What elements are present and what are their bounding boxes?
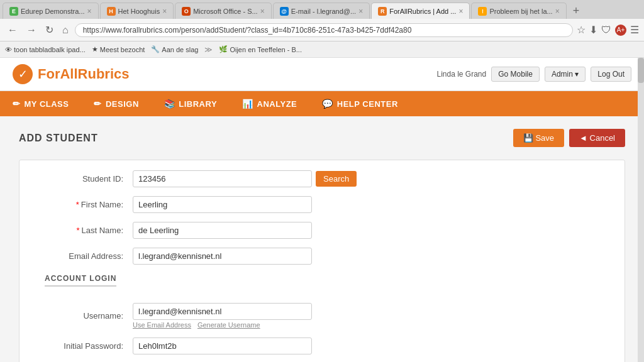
tab-favicon-office: O: [182, 7, 191, 16]
bookmark-aan[interactable]: 🔧 Aan de slag: [151, 45, 198, 53]
required-star-first: *: [76, 200, 79, 209]
logo-for: For: [38, 66, 60, 82]
tab-close-forallrubrics[interactable]: ×: [458, 7, 463, 16]
go-mobile-button[interactable]: Go Mobile: [491, 67, 540, 82]
cancel-button[interactable]: ◄ Cancel: [569, 129, 625, 147]
cancel-label: Cancel: [590, 133, 615, 143]
action-buttons: 💾 Save ◄ Cancel: [513, 129, 625, 147]
tab-forallrubrics[interactable]: R ForAllRubrics | Add ... ×: [371, 3, 470, 19]
page-content: ADD STUDENT 💾 Save ◄ Cancel Student ID: …: [0, 116, 644, 362]
email-row: Email Address:: [32, 248, 612, 265]
password-input[interactable]: [133, 337, 312, 354]
tab-close-edurep[interactable]: ×: [87, 7, 92, 16]
download-icon[interactable]: ⬇: [589, 24, 597, 36]
username-row: Username: Use Email Address Generate Use…: [32, 303, 612, 329]
new-tab-button[interactable]: +: [568, 4, 585, 18]
tab-email[interactable]: @ E-mail - l.legrand@... ×: [273, 3, 370, 19]
password-label: Initial Password:: [32, 341, 133, 351]
bookmark-meest-label: Meest bezocht: [100, 46, 145, 53]
bookmark-icon[interactable]: ☆: [577, 24, 586, 36]
generate-username-link[interactable]: Generate Username: [197, 321, 260, 329]
logo-area: ✓ ForAllRubrics: [13, 64, 130, 84]
nav-help-label: HELP CENTER: [337, 99, 398, 109]
bookmark-ipad-icon: 👁: [5, 46, 12, 53]
bookmark-oijen[interactable]: 🌿 Oijen en Teeffelen - B...: [219, 45, 302, 53]
search-button[interactable]: Search: [316, 171, 357, 187]
tab-office[interactable]: O Microsoft Office - S... ×: [175, 3, 272, 19]
scrollbar[interactable]: [638, 58, 644, 362]
bookmark-meest-icon: ★: [92, 45, 98, 53]
bookmark-meest[interactable]: ★ Meest bezocht: [92, 45, 145, 53]
url-input[interactable]: [75, 23, 573, 37]
adblock-icon[interactable]: A+: [615, 25, 626, 36]
header-right: Linda le Grand Go Mobile Admin Log Out: [437, 67, 632, 82]
first-name-label: *First Name:: [32, 200, 133, 209]
tab-favicon-forallrubrics: R: [378, 7, 387, 16]
nav-design-label: DESIGN: [106, 99, 139, 109]
tab-bar: E Edurep Demonstra... × H Het Hooghuis ×…: [0, 0, 644, 19]
help-icon: 💬: [322, 99, 333, 109]
tab-title-forallrubrics: ForAllRubrics | Add ...: [389, 8, 456, 15]
admin-button[interactable]: Admin: [545, 67, 586, 82]
back-button[interactable]: ←: [5, 23, 20, 37]
bookmark-aan-icon: 🔧: [151, 45, 160, 53]
page-header: ADD STUDENT 💾 Save ◄ Cancel: [19, 129, 625, 147]
last-name-row: *Last Name:: [32, 222, 612, 239]
home-button[interactable]: ⌂: [60, 23, 71, 37]
student-id-input[interactable]: [133, 170, 312, 187]
tab-favicon-email: @: [280, 7, 289, 16]
address-bar-icons: ☆ ⬇ 🛡 A+ ☰: [577, 24, 639, 36]
nav-library[interactable]: 📚 LIBRARY: [152, 91, 230, 116]
tab-close-office[interactable]: ×: [260, 7, 265, 16]
student-id-row: Student ID: Search: [32, 170, 612, 187]
bookmark-aan-label: Aan de slag: [162, 46, 198, 53]
nav-help[interactable]: 💬 HELP CENTER: [309, 91, 411, 116]
bookmark-ipad-label: toon tabbladbalk ipad...: [14, 46, 86, 53]
forward-button[interactable]: →: [24, 23, 39, 37]
bookmark-oijen-icon: 🌿: [219, 45, 228, 53]
nav-my-class-label: MY CLASS: [25, 99, 69, 109]
tab-favicon-probleem: !: [478, 7, 487, 16]
tab-hooghuis[interactable]: H Het Hooghuis ×: [100, 3, 174, 19]
nav-design[interactable]: ✏ DESIGN: [81, 91, 151, 116]
logout-button[interactable]: Log Out: [591, 67, 631, 82]
password-row: Initial Password:: [32, 337, 612, 354]
nav-analyze[interactable]: 📊 ANALYZE: [230, 91, 309, 116]
last-name-input[interactable]: [133, 222, 312, 239]
username-links: Use Email Address Generate Username: [133, 321, 312, 329]
first-name-input[interactable]: [133, 196, 312, 213]
save-label: Save: [535, 133, 554, 143]
use-email-link[interactable]: Use Email Address: [133, 321, 191, 329]
tab-close-probleem[interactable]: ×: [555, 7, 560, 16]
shield-icon[interactable]: 🛡: [601, 25, 611, 36]
nav-my-class[interactable]: ✏ MY CLASS: [0, 91, 81, 116]
bookmark-oijen-label: Oijen en Teeffelen - B...: [230, 46, 302, 53]
tab-favicon-hooghuis: H: [107, 7, 116, 16]
refresh-button[interactable]: ↻: [43, 23, 56, 37]
scrollbar-thumb[interactable]: [638, 58, 644, 83]
logo-checkmark: ✓: [13, 64, 33, 84]
tab-title-office: Microsoft Office - S...: [193, 8, 258, 15]
first-name-row: *First Name:: [32, 196, 612, 213]
my-class-icon: ✏: [13, 99, 21, 109]
email-input[interactable]: [133, 248, 312, 265]
tab-close-email[interactable]: ×: [358, 7, 363, 16]
logo-text: ForAllRubrics: [38, 66, 130, 82]
tab-edurep[interactable]: E Edurep Demonstra... ×: [3, 3, 99, 19]
username-input[interactable]: [133, 303, 312, 320]
app-content: ✓ ForAllRubrics Linda le Grand Go Mobile…: [0, 58, 644, 362]
library-icon: 📚: [164, 99, 175, 109]
save-button[interactable]: 💾 Save: [513, 129, 564, 147]
username-label: Username:: [32, 311, 133, 321]
tab-favicon-edurep: E: [9, 7, 18, 16]
tab-close-hooghuis[interactable]: ×: [162, 7, 167, 16]
bookmark-ipad[interactable]: 👁 toon tabbladbalk ipad...: [5, 46, 86, 53]
address-bar: ← → ↻ ⌂ ☆ ⬇ 🛡 A+ ☰: [0, 19, 644, 41]
design-icon: ✏: [94, 99, 102, 109]
menu-icon[interactable]: ☰: [630, 24, 639, 36]
tab-title-hooghuis: Het Hooghuis: [118, 8, 160, 15]
save-icon: 💾: [523, 133, 536, 143]
tab-title-edurep: Edurep Demonstra...: [21, 8, 85, 15]
form-container: Student ID: Search *First Name: *Last Na…: [19, 160, 625, 362]
tab-probleem[interactable]: ! Probleem bij het la... ×: [471, 3, 566, 19]
